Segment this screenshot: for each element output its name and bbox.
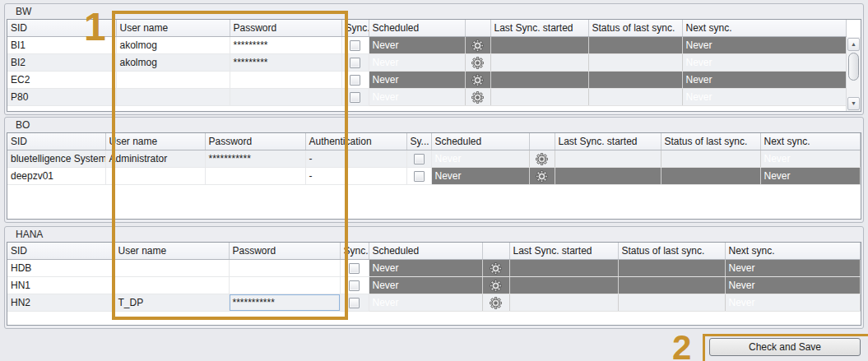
scheduled-cell[interactable]: Never (369, 54, 465, 72)
col-gear (529, 133, 555, 150)
sync-checkbox[interactable] (350, 75, 360, 86)
last-sync-started-cell (490, 37, 588, 54)
sid-cell[interactable]: HDB (7, 260, 114, 277)
password-cell[interactable]: ********* (230, 37, 341, 54)
user-name-cell[interactable] (105, 168, 205, 185)
authentication-cell[interactable]: - (305, 168, 406, 185)
col-sid: SID (7, 20, 116, 37)
sync-checkbox-cell[interactable] (341, 72, 369, 89)
sync-checkbox-cell[interactable] (340, 277, 369, 294)
sync-checkbox[interactable] (350, 58, 360, 68)
password-cell-selected[interactable]: *********** (229, 294, 340, 312)
sync-checkbox-cell[interactable] (341, 54, 369, 72)
user-name-cell[interactable] (114, 277, 229, 294)
col-sid: SID (7, 133, 105, 150)
sync-checkbox[interactable] (349, 280, 360, 291)
bw-table: SID User name Password Sync. Scheduled L… (7, 20, 847, 106)
sync-checkbox[interactable] (414, 154, 425, 164)
scheduled-cell[interactable]: Never (369, 37, 465, 54)
next-sync-cell: Never (725, 260, 861, 277)
col-gear (465, 20, 490, 37)
last-sync-started-cell (509, 260, 618, 277)
table-row: EC2 Never Never (7, 72, 847, 89)
sync-checkbox[interactable] (349, 263, 360, 274)
user-name-cell[interactable] (114, 260, 229, 277)
sync-checkbox-cell[interactable] (341, 37, 369, 54)
scheduled-cell[interactable]: Never (431, 150, 529, 168)
col-sync: Sy... (406, 133, 431, 150)
schedule-gear-button[interactable] (465, 37, 490, 54)
scheduled-cell[interactable]: Never (369, 294, 482, 312)
schedule-gear-button[interactable] (482, 277, 509, 294)
scheduled-cell[interactable]: Never (369, 72, 465, 89)
bo-header-row: SID User name Password Authentication Sy… (7, 133, 861, 150)
sid-cell[interactable]: deepzv01 (7, 168, 105, 185)
scheduled-cell[interactable]: Never (431, 168, 529, 185)
schedule-gear-button[interactable] (482, 260, 509, 277)
password-cell[interactable] (229, 277, 340, 294)
schedule-gear-button[interactable] (465, 54, 490, 72)
sync-checkbox-cell[interactable] (340, 294, 369, 312)
sid-cell[interactable]: HN1 (7, 277, 114, 294)
authentication-cell[interactable]: - (305, 150, 406, 168)
scheduled-cell[interactable]: Never (369, 260, 482, 277)
password-cell[interactable]: ********* (230, 54, 341, 72)
sid-cell[interactable]: HN2 (7, 294, 114, 312)
sync-checkbox-cell[interactable] (406, 168, 431, 185)
sync-checkbox[interactable] (350, 92, 360, 103)
password-cell[interactable] (230, 89, 341, 106)
schedule-gear-button[interactable] (465, 89, 490, 106)
schedule-gear-button[interactable] (465, 72, 490, 89)
bw-header-row: SID User name Password Sync. Scheduled L… (7, 20, 847, 37)
scroll-down-arrow-icon[interactable]: ▼ (847, 97, 860, 110)
user-name-cell[interactable]: akolmog (116, 37, 230, 54)
sid-cell[interactable]: EC2 (7, 72, 116, 89)
user-name-cell[interactable] (116, 89, 230, 106)
sync-checkbox[interactable] (350, 40, 360, 51)
col-status-of-last-sync: Status of last sync. (588, 20, 682, 37)
table-row: bluetelligence System Administrator ****… (7, 150, 861, 168)
status-of-last-sync-cell (588, 37, 682, 54)
sync-checkbox[interactable] (414, 171, 425, 182)
col-sid: SID (7, 243, 114, 260)
sync-checkbox-cell[interactable] (406, 150, 431, 168)
col-password: Password (230, 20, 341, 37)
sync-checkbox[interactable] (349, 298, 360, 308)
password-cell[interactable]: *********** (205, 150, 305, 168)
user-name-cell[interactable]: akolmog (116, 54, 230, 72)
group-hana-title: HANA (16, 229, 43, 241)
user-name-cell[interactable]: T_DP (114, 294, 229, 312)
col-last-sync-started: Last Sync. started (509, 243, 618, 260)
user-name-cell[interactable]: Administrator (105, 150, 205, 168)
sid-cell[interactable]: bluetelligence System (7, 150, 105, 168)
user-name-cell[interactable] (116, 72, 230, 89)
password-cell[interactable] (229, 260, 340, 277)
col-last-sync-started: Last Sync. started (555, 133, 661, 150)
col-password: Password (205, 133, 305, 150)
next-sync-cell: Never (760, 168, 861, 185)
sync-checkbox-cell[interactable] (340, 260, 369, 277)
schedule-gear-button[interactable] (482, 294, 509, 312)
bw-vertical-scrollbar[interactable]: ▲ ▼ (846, 37, 861, 111)
sid-cell[interactable]: BI1 (7, 37, 116, 54)
gear-icon (536, 153, 548, 165)
sync-checkbox-cell[interactable] (341, 89, 369, 106)
sid-cell[interactable]: BI2 (7, 54, 116, 72)
check-and-save-button[interactable]: Check and Save (709, 338, 861, 356)
scroll-up-arrow-icon[interactable]: ▲ (847, 38, 860, 51)
sid-cell[interactable]: P80 (7, 89, 116, 106)
schedule-gear-button[interactable] (529, 150, 555, 168)
table-row: HDB Never Never (7, 260, 861, 277)
schedule-gear-button[interactable] (529, 168, 555, 185)
scheduled-cell[interactable]: Never (369, 89, 465, 106)
next-sync-cell: Never (760, 150, 861, 168)
password-cell[interactable] (230, 72, 341, 89)
scrollbar-thumb[interactable] (848, 53, 859, 81)
gear-icon (490, 297, 502, 309)
scheduled-cell[interactable]: Never (369, 277, 482, 294)
last-sync-started-cell (490, 72, 588, 89)
hana-table-container: SID User name Password Sync. Scheduled L… (7, 242, 861, 326)
password-cell[interactable] (205, 168, 305, 185)
hana-header-row: SID User name Password Sync. Scheduled L… (7, 243, 861, 260)
next-sync-cell: Never (682, 72, 847, 89)
